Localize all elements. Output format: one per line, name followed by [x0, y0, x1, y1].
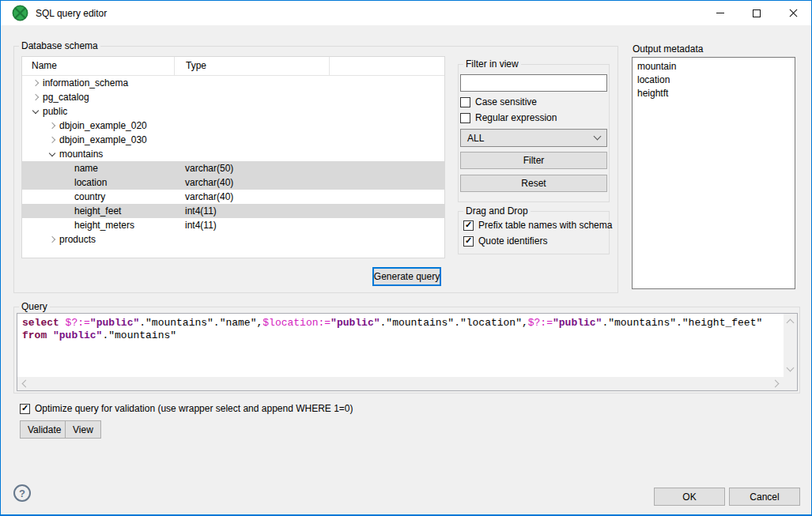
tree-node-label: products — [59, 234, 96, 245]
tree-row[interactable]: locationvarchar(40) — [22, 175, 444, 190]
tree-row[interactable]: height_metersint4(11) — [22, 218, 444, 232]
query-line: select $?:="public"."mountains"."name",$… — [22, 317, 784, 330]
optimize-query-checkbox-box[interactable] — [20, 404, 30, 414]
scroll-down-icon[interactable] — [787, 364, 795, 372]
chevron-expanded-icon[interactable] — [32, 107, 39, 113]
drag-and-drop-group: Drag and Drop — [458, 211, 610, 254]
cancel-button[interactable]: Cancel — [729, 488, 800, 506]
query-text[interactable]: select $?:="public"."mountains"."name",$… — [17, 314, 784, 377]
tree-row[interactable]: namevarchar(50) — [22, 161, 444, 175]
chevron-collapsed-icon[interactable] — [49, 122, 55, 129]
scroll-up-icon[interactable] — [787, 319, 795, 327]
column-header-name[interactable]: Name — [22, 57, 174, 75]
tree-node-type: int4(11) — [174, 220, 217, 231]
query-line: from "public"."mountains" — [22, 330, 784, 342]
tree-node-label: public — [43, 106, 67, 117]
tree-row[interactable]: countryvarchar(40) — [22, 190, 444, 204]
window-title: SQL query editor — [36, 8, 107, 19]
tree-node-label: information_schema — [43, 77, 128, 89]
optimize-query-checkbox[interactable]: Optimize query for validation (use wrapp… — [20, 403, 353, 414]
app-logo-icon — [12, 5, 28, 21]
tree-node-type: varchar(50) — [174, 163, 233, 174]
tree-row[interactable]: height_feetint4(11) — [22, 204, 444, 218]
help-button[interactable]: ? — [13, 484, 31, 502]
prefix-table-names-label: Prefix table names with schema — [478, 220, 612, 231]
sql-query-editor-dialog: SQL query editor Database schema Name Ty… — [0, 0, 812, 516]
scroll-right-icon[interactable] — [772, 380, 780, 388]
tree-row[interactable]: dbjoin_example_020 — [22, 119, 444, 133]
prefix-table-names-checkbox[interactable]: Prefix table names with schema — [463, 220, 612, 231]
tree-row[interactable]: dbjoin_example_030 — [22, 133, 444, 147]
generate-query-button[interactable]: Generate query — [372, 267, 441, 286]
prefix-table-names-checkbox-box[interactable] — [463, 220, 474, 231]
filter-input[interactable] — [460, 74, 607, 92]
tree-node-type: varchar(40) — [174, 191, 233, 202]
close-button[interactable] — [775, 1, 811, 25]
chevron-collapsed-icon[interactable] — [32, 94, 39, 100]
tree-node-label: height_meters — [74, 220, 134, 231]
chevron-expanded-icon[interactable] — [49, 149, 55, 156]
schema-tree-header: Name Type — [22, 57, 444, 76]
titlebar: SQL query editor — [1, 1, 811, 25]
optimize-query-label: Optimize query for validation (use wrapp… — [35, 403, 353, 414]
maximize-icon — [753, 9, 761, 17]
regular-expression-checkbox[interactable]: Regular expression — [460, 112, 557, 123]
horizontal-scrollbar[interactable] — [17, 377, 784, 390]
tree-row[interactable]: mountains — [22, 147, 444, 161]
filter-in-view-label: Filter in view — [463, 58, 521, 70]
scrollbar-corner — [784, 377, 797, 390]
regular-expression-label: Regular expression — [475, 112, 557, 123]
tree-node-label: mountains — [59, 149, 103, 160]
tree-node-label: dbjoin_example_020 — [59, 120, 147, 131]
list-item[interactable]: location — [637, 73, 795, 87]
chevron-collapsed-icon[interactable] — [49, 137, 55, 143]
quote-identifiers-checkbox-box[interactable] — [463, 236, 474, 247]
list-item[interactable]: mountain — [637, 60, 795, 73]
quote-identifiers-label: Quote identifiers — [478, 235, 547, 247]
scroll-left-icon[interactable] — [22, 380, 30, 388]
quote-identifiers-checkbox[interactable]: Quote identifiers — [463, 235, 547, 247]
tree-body: information_schemapg_catalogpublicdbjoin… — [22, 76, 444, 247]
tree-node-label: location — [74, 177, 107, 188]
column-header-empty — [329, 57, 444, 75]
chevron-down-icon — [594, 133, 602, 141]
column-header-type[interactable]: Type — [174, 57, 329, 75]
tree-node-label: country — [74, 191, 105, 202]
output-metadata-list[interactable]: mountainlocationheightft — [632, 57, 795, 289]
filter-scope-dropdown[interactable]: ALL — [460, 129, 607, 147]
close-icon — [789, 9, 798, 17]
tree-node-label: pg_catalog — [43, 92, 89, 103]
ok-button[interactable]: OK — [654, 488, 725, 506]
minimize-icon — [716, 13, 724, 13]
chevron-collapsed-icon[interactable] — [49, 236, 55, 243]
filter-scope-value: ALL — [467, 133, 484, 144]
regular-expression-checkbox-box[interactable] — [460, 113, 470, 123]
drag-and-drop-label: Drag and Drop — [463, 205, 531, 217]
query-label: Query — [19, 301, 50, 312]
tree-row[interactable]: information_schema — [22, 76, 444, 90]
query-editor[interactable]: select $?:="public"."mountains"."name",$… — [17, 313, 798, 391]
minimize-button[interactable] — [702, 1, 738, 25]
tree-row[interactable]: public — [22, 104, 444, 119]
case-sensitive-checkbox-box[interactable] — [460, 97, 470, 107]
output-metadata-label: Output metadata — [633, 43, 703, 55]
list-item[interactable]: heightft — [637, 87, 795, 100]
tree-node-label: height_feet — [74, 205, 121, 217]
vertical-scrollbar[interactable] — [784, 314, 797, 377]
schema-tree[interactable]: Name Type information_schemapg_catalogpu… — [21, 56, 445, 258]
tree-row[interactable]: products — [22, 232, 444, 247]
maximize-button[interactable] — [738, 1, 775, 25]
case-sensitive-label: Case sensitive — [475, 96, 537, 107]
view-button[interactable]: View — [65, 420, 101, 439]
chevron-collapsed-icon[interactable] — [32, 80, 39, 86]
tree-node-type: varchar(40) — [174, 177, 233, 188]
reset-button[interactable]: Reset — [460, 175, 607, 192]
case-sensitive-checkbox[interactable]: Case sensitive — [460, 96, 537, 107]
tree-node-label: name — [74, 163, 98, 174]
help-icon: ? — [19, 488, 25, 499]
tree-node-type: int4(11) — [174, 205, 217, 217]
tree-node-label: dbjoin_example_030 — [59, 134, 147, 145]
validate-button[interactable]: Validate — [20, 420, 69, 439]
tree-row[interactable]: pg_catalog — [22, 90, 444, 104]
filter-button[interactable]: Filter — [460, 152, 607, 169]
